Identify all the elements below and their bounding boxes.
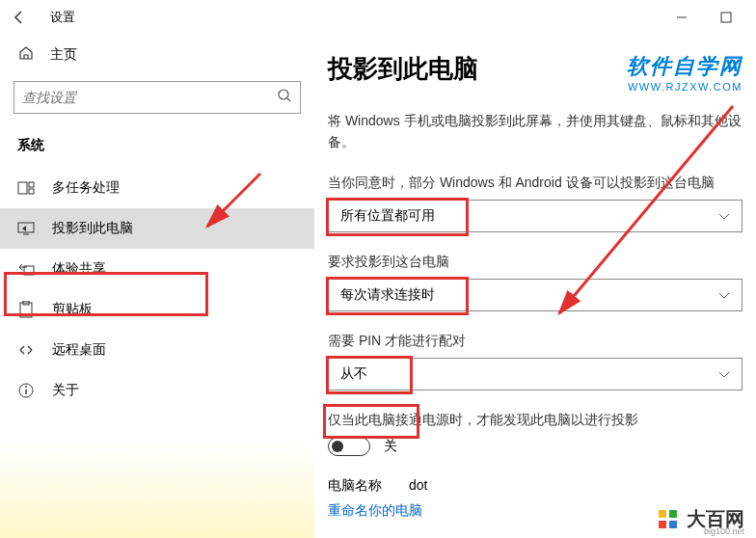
toggle-knob bbox=[332, 441, 343, 452]
annotation-highlight bbox=[326, 356, 413, 394]
svg-point-14 bbox=[25, 386, 27, 388]
section-title: 系统 bbox=[0, 131, 314, 168]
watermark-dabai: 大百网 big100.net bbox=[656, 506, 744, 532]
sidebar-item-label: 剪贴板 bbox=[52, 301, 93, 318]
sidebar: 主页 系统 多任务处理 投影到此电脑 bbox=[0, 35, 314, 538]
dropdown-value: 每次请求连接时 bbox=[340, 286, 435, 304]
dropdown-value: 从不 bbox=[340, 365, 367, 383]
svg-point-2 bbox=[279, 90, 288, 99]
search-box[interactable] bbox=[14, 81, 301, 114]
sidebar-item-share[interactable]: 体验共享 bbox=[0, 249, 314, 289]
sidebar-item-label: 关于 bbox=[52, 382, 79, 399]
svg-rect-4 bbox=[18, 182, 27, 194]
sidebar-item-label: 投影到此电脑 bbox=[52, 220, 133, 237]
content-area: 投影到此电脑 软件自学网 WWW.RJZXW.COM 将 Windows 手机或… bbox=[314, 35, 756, 538]
toggle-power[interactable] bbox=[328, 437, 370, 456]
decoration bbox=[0, 442, 314, 538]
sidebar-item-label: 体验共享 bbox=[52, 260, 106, 278]
setting-label-2: 要求投影到这台电脑 bbox=[328, 254, 742, 271]
toggle-label: 关 bbox=[384, 438, 397, 455]
search-icon bbox=[277, 88, 292, 107]
svg-rect-18 bbox=[669, 510, 677, 518]
watermark-brand: 软件自学网 WWW.RJZXW.COM bbox=[627, 52, 742, 93]
minimize-button[interactable] bbox=[660, 0, 704, 35]
dabai-logo-icon bbox=[656, 507, 681, 532]
setting-label-1: 当你同意时，部分 Windows 和 Android 设备可以投影到这台电脑 bbox=[328, 175, 742, 192]
share-icon bbox=[17, 262, 35, 276]
chevron-down-icon bbox=[718, 208, 730, 224]
svg-rect-1 bbox=[721, 13, 731, 22]
window-title: 设置 bbox=[50, 9, 75, 26]
svg-rect-19 bbox=[659, 521, 666, 528]
home-label: 主页 bbox=[50, 46, 77, 64]
computer-name-row: 电脑名称 dot bbox=[328, 477, 742, 495]
back-button[interactable] bbox=[8, 6, 31, 29]
description: 将 Windows 手机或电脑投影到此屏幕，并使用其键盘、鼠标和其他设备。 bbox=[328, 110, 742, 153]
sidebar-item-about[interactable]: 关于 bbox=[0, 370, 314, 411]
about-icon bbox=[17, 382, 35, 399]
setting-label-3: 需要 PIN 才能进行配对 bbox=[328, 333, 742, 350]
dropdown-pin[interactable]: 从不 bbox=[328, 358, 742, 390]
svg-rect-20 bbox=[669, 521, 677, 528]
multitask-icon bbox=[17, 181, 35, 195]
svg-rect-17 bbox=[659, 510, 666, 518]
svg-line-3 bbox=[287, 98, 290, 101]
sidebar-item-label: 多任务处理 bbox=[52, 179, 120, 197]
svg-rect-6 bbox=[29, 189, 34, 194]
page-title: 投影到此电脑 bbox=[328, 52, 478, 86]
maximize-button[interactable] bbox=[704, 0, 748, 35]
search-input[interactable] bbox=[22, 90, 277, 105]
chevron-down-icon bbox=[718, 366, 730, 382]
sidebar-item-multitask[interactable]: 多任务处理 bbox=[0, 168, 314, 208]
project-icon bbox=[17, 222, 35, 235]
clipboard-icon bbox=[17, 301, 35, 318]
remote-icon bbox=[17, 341, 35, 359]
svg-rect-5 bbox=[29, 182, 34, 187]
sidebar-item-clipboard[interactable]: 剪贴板 bbox=[0, 289, 314, 330]
computer-name: dot bbox=[409, 477, 427, 493]
sidebar-item-remote[interactable]: 远程桌面 bbox=[0, 330, 314, 370]
sidebar-item-label: 远程桌面 bbox=[52, 341, 106, 359]
setting-label-4: 仅当此电脑接通电源时，才能发现此电脑以进行投影 bbox=[328, 412, 742, 429]
dropdown-value: 所有位置都可用 bbox=[340, 207, 435, 225]
dropdown-availability[interactable]: 所有位置都可用 bbox=[328, 200, 742, 232]
chevron-down-icon bbox=[718, 287, 730, 303]
home-link[interactable]: 主页 bbox=[0, 35, 314, 77]
home-icon bbox=[17, 44, 35, 66]
sidebar-item-projecting[interactable]: 投影到此电脑 bbox=[0, 208, 314, 249]
dropdown-ask[interactable]: 每次请求连接时 bbox=[328, 279, 742, 311]
